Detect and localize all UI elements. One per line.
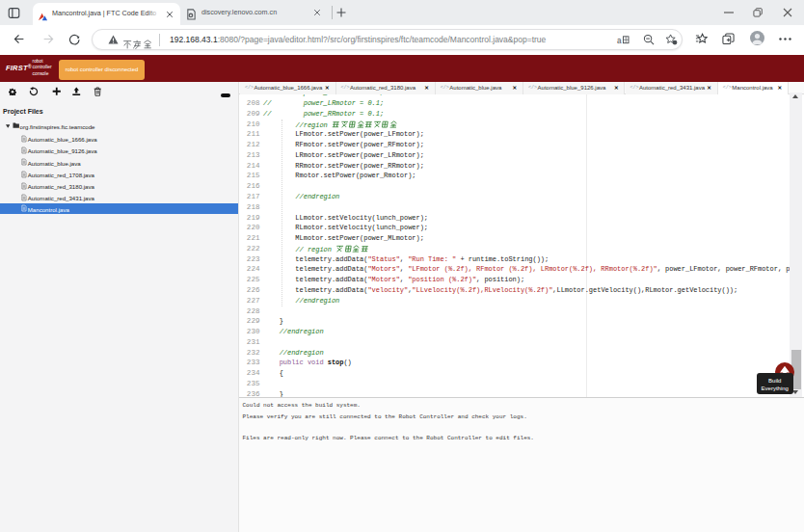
svg-text:a: a xyxy=(617,36,622,44)
